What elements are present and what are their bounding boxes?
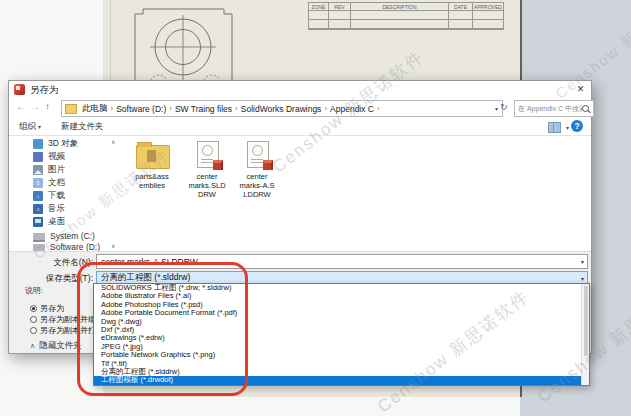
rev-col-rev: REV bbox=[329, 3, 351, 11]
pictures-icon bbox=[33, 165, 43, 175]
downloads-icon bbox=[33, 191, 43, 201]
new-folder-button[interactable]: 新建文件夹 bbox=[61, 121, 104, 133]
breadcrumb-sw-traing-files[interactable]: SW Traing files bbox=[173, 104, 234, 114]
search-placeholder: 在 Appendix C 中搜索 bbox=[518, 104, 582, 114]
music-icon bbox=[33, 204, 43, 214]
file-type-option-selected[interactable]: 工程图模板 (*.drwdot) bbox=[94, 376, 589, 384]
radio-button-icon[interactable] bbox=[30, 316, 37, 323]
view-options-icon[interactable] bbox=[548, 122, 561, 133]
3d-objects-icon bbox=[33, 139, 43, 149]
sidebar-item-3d-objects[interactable]: 3D 对象 bbox=[9, 138, 121, 150]
description-label: 说明: bbox=[25, 285, 43, 296]
file-list-area: parts&assemblies centermarks.SLDDRW cent… bbox=[121, 136, 591, 251]
slddrw-file-icon bbox=[197, 141, 219, 168]
chevron-down-icon: ▾ bbox=[38, 124, 41, 130]
hide-folders-button[interactable]: ∧隐藏文件夹 bbox=[30, 340, 82, 352]
address-dropdown-icon[interactable]: ▾ bbox=[495, 105, 499, 112]
organize-button[interactable]: 组织▾ bbox=[19, 121, 41, 133]
file-name-label: 文件名(N): bbox=[9, 257, 93, 269]
sheet-margin-line bbox=[110, 0, 111, 80]
videos-icon bbox=[33, 152, 43, 162]
file-type-option[interactable]: Adobe Portable Document Format (*.pdf) bbox=[94, 309, 589, 317]
sidebar-item-downloads[interactable]: 下载 bbox=[9, 190, 121, 202]
breadcrumb-solidworks-drawings[interactable]: SolidWorks Drawings bbox=[239, 104, 324, 114]
file-name-input[interactable]: center marks-A.SLDDRW ▾ bbox=[96, 254, 588, 269]
solidworks-cube-icon bbox=[263, 160, 273, 170]
dialog-titlebar[interactable]: 另存为 × bbox=[9, 81, 591, 98]
rev-col-zone: ZONE bbox=[309, 3, 329, 11]
search-input[interactable]: 在 Appendix C 中搜索 bbox=[514, 100, 594, 117]
scrollbar-thumb[interactable] bbox=[584, 286, 588, 356]
breadcrumb-this-pc[interactable]: 此电脑 bbox=[80, 103, 110, 115]
documents-icon bbox=[33, 178, 43, 188]
search-icon bbox=[582, 105, 589, 112]
chevron-right-icon: › bbox=[376, 104, 381, 113]
sidebar-item-music[interactable]: 音乐 bbox=[9, 203, 121, 215]
rev-col-approved: APPROVED bbox=[473, 3, 503, 11]
file-type-option[interactable]: Dwg (*.dwg) bbox=[94, 318, 589, 326]
view-options-caret-icon[interactable]: ▾ bbox=[566, 124, 569, 131]
folder-icon bbox=[65, 104, 77, 114]
forward-icon[interactable]: → bbox=[30, 101, 40, 112]
sidebar-item-desktop[interactable]: 桌面 bbox=[9, 216, 121, 228]
save-as-app-icon bbox=[14, 84, 25, 95]
screenshot-stage: ZONE REV DESCRIPTION DATE APPROVED 另存为 ×… bbox=[0, 0, 631, 416]
radio-save-copy-continue[interactable]: 另存为副本并继续 bbox=[30, 314, 100, 325]
sidebar-item-documents[interactable]: 文档 bbox=[9, 177, 121, 189]
rev-col-date: DATE bbox=[449, 3, 473, 11]
up-icon[interactable]: ↑ bbox=[45, 101, 50, 112]
file-label: centermarks-A.SLDDRW bbox=[228, 172, 286, 199]
dialog-body: 3D 对象 视频 图片 文档 下载 音乐 桌面 System (C:) Soft… bbox=[9, 136, 591, 251]
file-type-option[interactable]: Dxf (*.dxf) bbox=[94, 326, 589, 334]
chevron-down-icon[interactable]: ▾ bbox=[581, 258, 584, 265]
solidworks-cube-icon bbox=[213, 160, 223, 170]
breadcrumb-software-d[interactable]: Software (D:) bbox=[114, 104, 168, 114]
breadcrumb-appendix-c[interactable]: Appendix C bbox=[328, 104, 376, 114]
navigation-pane: 3D 对象 视频 图片 文档 下载 音乐 桌面 System (C:) Soft… bbox=[9, 136, 121, 251]
sidebar-item-videos[interactable]: 视频 bbox=[9, 151, 121, 163]
close-icon[interactable]: × bbox=[577, 82, 584, 96]
sidebar-item-pictures[interactable]: 图片 bbox=[9, 164, 121, 176]
radio-button-icon[interactable] bbox=[30, 305, 37, 312]
file-type-option[interactable]: eDrawings (*.edrw) bbox=[94, 334, 589, 342]
back-icon[interactable]: ← bbox=[16, 101, 26, 112]
folder-icon bbox=[136, 145, 170, 169]
refresh-icon[interactable]: ↻ bbox=[500, 102, 508, 112]
folder-label: parts&assemblies bbox=[123, 172, 181, 190]
breadcrumb[interactable]: 此电脑 › Software (D:) › SW Traing files › … bbox=[61, 100, 503, 117]
radio-save-as[interactable]: 另存为 bbox=[30, 303, 100, 314]
desktop-icon bbox=[33, 217, 43, 227]
collapse-icon: ∧ bbox=[30, 342, 35, 349]
save-type-label: 保存类型(T): bbox=[9, 273, 93, 285]
radio-button-icon[interactable] bbox=[30, 327, 37, 334]
scroll-down-icon[interactable]: ∨ bbox=[111, 242, 115, 249]
radio-save-copy-open[interactable]: 另存为副本并打开 bbox=[30, 325, 100, 336]
chevron-down-icon[interactable]: ▾ bbox=[581, 275, 584, 282]
slddrw-file-icon bbox=[247, 141, 269, 168]
file-type-option[interactable]: Portable Network Graphics (*.png) bbox=[94, 351, 589, 359]
part-drawing-view bbox=[125, 0, 305, 82]
dialog-toolbar: 组织▾ 新建文件夹 ▾ ? bbox=[9, 119, 591, 136]
file-type-dropdown-list: SOLIDWORKS 工程图 (*.drw; *.slddrw) Adobe I… bbox=[93, 283, 590, 386]
rev-col-description: DESCRIPTION bbox=[351, 3, 449, 11]
scroll-up-icon[interactable]: ∧ bbox=[111, 138, 115, 145]
dialog-title: 另存为 bbox=[30, 84, 59, 97]
revision-table: ZONE REV DESCRIPTION DATE APPROVED bbox=[308, 2, 504, 30]
help-icon[interactable]: ? bbox=[571, 120, 583, 132]
address-row: ← → ↑ 此电脑 › Software (D:) › SW Traing fi… bbox=[9, 98, 591, 119]
dropdown-scrollbar[interactable] bbox=[581, 284, 589, 385]
